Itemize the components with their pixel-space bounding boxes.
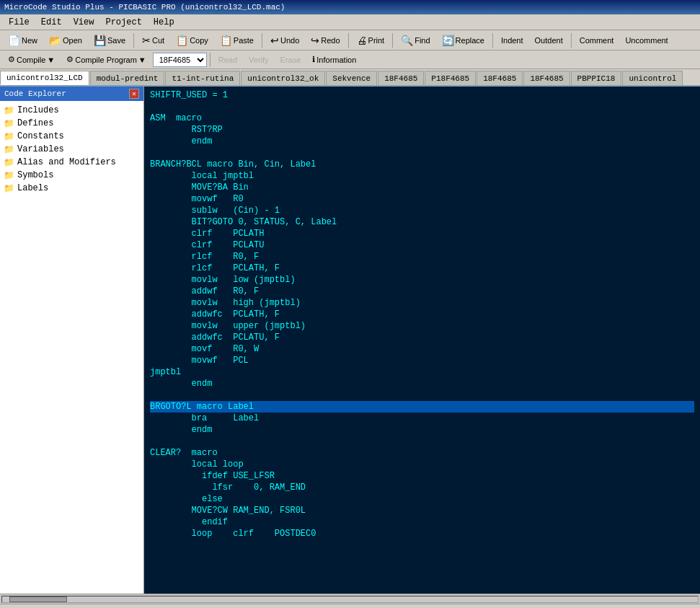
read-button[interactable]: Read xyxy=(213,53,242,67)
save-button[interactable]: 💾 Save xyxy=(89,32,130,48)
outdent-button[interactable]: Outdent xyxy=(530,32,568,48)
undo-button[interactable]: ↩ Undo xyxy=(265,32,304,48)
compile-program-icon: ⚙ xyxy=(66,55,74,64)
sep1 xyxy=(133,33,134,48)
folder-icon: 📁 xyxy=(3,118,14,129)
menu-bar: File Edit View Project Help xyxy=(0,14,700,30)
tab-unicontrol[interactable]: unicontrol xyxy=(622,71,683,85)
sidebar-item-symbols[interactable]: 📁Symbols xyxy=(0,169,143,182)
sidebar-close-button[interactable]: ✕ xyxy=(129,89,139,99)
status-bar: 6773 labels read L: 550 C: 14 xyxy=(0,604,700,608)
sidebar-header: Code Explorer ✕ xyxy=(0,87,143,101)
tab-pbppic18[interactable]: PBPPIC18 xyxy=(571,71,622,85)
open-button[interactable]: 📂 Open xyxy=(44,32,87,48)
verify-button[interactable]: Verify xyxy=(244,53,274,67)
replace-button[interactable]: 🔄 Replace xyxy=(437,32,489,48)
save-icon: 💾 xyxy=(94,35,106,46)
highlighted-line: BRGOTO?L macro Label xyxy=(150,401,694,413)
tab-modul-predint[interactable]: modul-predint xyxy=(90,71,165,85)
find-icon: 🔍 xyxy=(401,35,413,46)
sep3 xyxy=(348,33,349,48)
folder-icon: 📁 xyxy=(3,157,14,168)
open-icon: 📂 xyxy=(49,35,61,46)
print-button[interactable]: 🖨 Print xyxy=(352,32,390,48)
folder-icon: 📁 xyxy=(3,169,14,181)
new-button[interactable]: 📄 New xyxy=(3,32,43,48)
find-button[interactable]: 🔍 Find xyxy=(396,32,435,48)
folder-icon: 📁 xyxy=(3,131,14,142)
sidebar-title: Code Explorer xyxy=(4,89,66,98)
sidebar-item-labels[interactable]: 📁Labels xyxy=(0,182,143,195)
sidebar-item-alias-and-modifiers[interactable]: 📁Alias and Modifiers xyxy=(0,156,143,169)
folder-icon: 📁 xyxy=(3,105,14,116)
sep4 xyxy=(392,33,393,48)
menu-view[interactable]: View xyxy=(68,16,100,29)
tab-t1-int-rutina[interactable]: t1-int-rutina xyxy=(165,71,240,85)
paste-icon: 📋 xyxy=(220,35,232,46)
uncomment-button[interactable]: Uncomment xyxy=(620,32,673,48)
tab-unicontrol32-ok[interactable]: unicontrol32_ok xyxy=(241,71,325,85)
sep6 xyxy=(571,33,572,48)
horizontal-scrollbar[interactable] xyxy=(0,594,700,604)
main-area: Code Explorer ✕ 📁Includes📁Defines📁Consta… xyxy=(0,87,700,594)
sidebar-content: 📁Includes📁Defines📁Constants📁Variables📁Al… xyxy=(0,101,143,594)
compile-program-button[interactable]: ⚙ Compile Program ▼ xyxy=(61,53,151,67)
copy-button[interactable]: 📋 Copy xyxy=(171,32,213,48)
tab-sekvence[interactable]: Sekvence xyxy=(326,71,377,85)
undo-icon: ↩ xyxy=(270,35,279,46)
tab-p18f4685[interactable]: P18F4685 xyxy=(425,71,476,85)
menu-edit[interactable]: Edit xyxy=(35,16,68,29)
tab-bar: unicontrol32_LCDmodul-predintt1-int-ruti… xyxy=(0,69,700,87)
title-bar: MicroCode Studio Plus - PICBASIC PRO (un… xyxy=(0,0,700,14)
comment-button[interactable]: Comment xyxy=(575,32,619,48)
sep7 xyxy=(210,53,211,67)
menu-help[interactable]: Help xyxy=(148,16,180,29)
redo-button[interactable]: ↪ Redo xyxy=(306,32,345,48)
cut-button[interactable]: ✂ Cut xyxy=(137,32,169,48)
compile-toolbar: ⚙ Compile ▼ ⚙ Compile Program ▼ 18F4685 … xyxy=(0,50,700,69)
compile-icon: ⚙ xyxy=(8,55,15,64)
information-button[interactable]: ℹ Information xyxy=(307,53,361,67)
folder-icon: 📁 xyxy=(3,182,14,194)
erase-button[interactable]: Erase xyxy=(275,53,306,67)
sep2 xyxy=(262,33,262,48)
indent-button[interactable]: Indent xyxy=(496,32,528,48)
tab-18f4685[interactable]: 18F4685 xyxy=(523,71,570,85)
hscroll-thumb[interactable] xyxy=(9,596,67,602)
tab-18f4685[interactable]: 18F4685 xyxy=(378,71,424,85)
menu-project[interactable]: Project xyxy=(99,16,147,29)
copy-icon: 📋 xyxy=(176,35,188,46)
tab-unicontrol32-lcd[interactable]: unicontrol32_LCD xyxy=(0,71,89,85)
code-editor[interactable]: SHIFTR_USED = 1 ASM macro RST?RP endm BR… xyxy=(144,87,700,594)
print-icon: 🖨 xyxy=(357,35,367,46)
sep5 xyxy=(492,33,493,48)
cut-icon: ✂ xyxy=(142,35,151,46)
tab-18f4685[interactable]: 18F4685 xyxy=(477,71,523,85)
chip-selector[interactable]: 18F4685 16F877A 18F452 16F628 xyxy=(153,53,207,67)
sidebar: Code Explorer ✕ 📁Includes📁Defines📁Consta… xyxy=(0,87,144,594)
redo-icon: ↪ xyxy=(311,35,319,46)
replace-icon: 🔄 xyxy=(442,35,454,46)
sidebar-item-includes[interactable]: 📁Includes xyxy=(0,104,143,117)
hscroll-track[interactable] xyxy=(1,596,699,603)
title-text: MicroCode Studio Plus - PICBASIC PRO (un… xyxy=(4,3,285,12)
menu-file[interactable]: File xyxy=(3,16,35,29)
folder-icon: 📁 xyxy=(3,144,14,155)
sidebar-item-defines[interactable]: 📁Defines xyxy=(0,117,143,130)
compile-button[interactable]: ⚙ Compile ▼ xyxy=(3,53,60,67)
paste-button[interactable]: 📋 Paste xyxy=(215,32,259,48)
code-content: SHIFTR_USED = 1 ASM macro RST?RP endm BR… xyxy=(144,87,700,542)
sidebar-item-constants[interactable]: 📁Constants xyxy=(0,130,143,143)
information-icon: ℹ xyxy=(312,55,315,64)
main-toolbar: 📄 New 📂 Open 💾 Save ✂ Cut 📋 Copy 📋 Paste… xyxy=(0,30,700,50)
sidebar-item-variables[interactable]: 📁Variables xyxy=(0,143,143,156)
new-icon: 📄 xyxy=(8,35,20,46)
